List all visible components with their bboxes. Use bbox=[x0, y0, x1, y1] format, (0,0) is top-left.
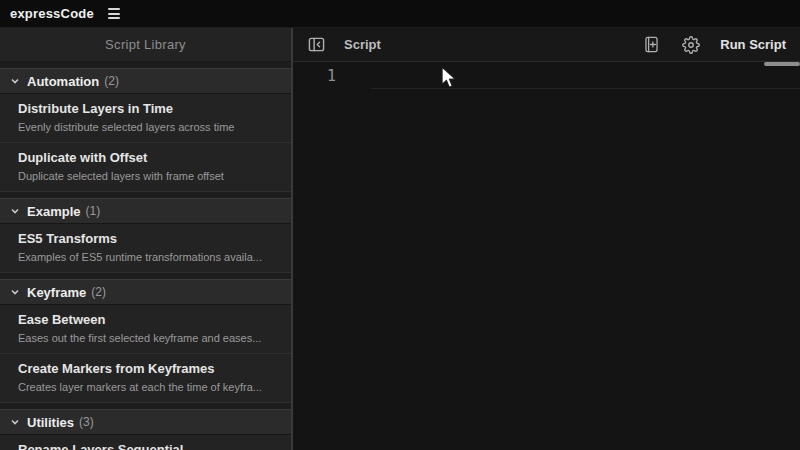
sidebar-title: Script Library bbox=[105, 37, 186, 52]
list-item-es5-transforms[interactable]: ES5 Transforms Examples of ES5 runtime t… bbox=[0, 224, 291, 273]
app-window: expressCode Script Library Automation (2… bbox=[0, 0, 800, 450]
item-title: Distribute Layers in Time bbox=[18, 101, 275, 117]
section-header-keyframe[interactable]: Keyframe (2) bbox=[0, 279, 291, 305]
section-count: (2) bbox=[91, 285, 106, 299]
script-library-sidebar: Script Library Automation (2) Distribute… bbox=[0, 28, 293, 450]
item-description: Evenly distribute selected layers across… bbox=[18, 121, 275, 134]
section-header-utilities[interactable]: Utilities (3) bbox=[0, 409, 291, 435]
section-count: (1) bbox=[85, 204, 100, 218]
section-title: Keyframe bbox=[27, 285, 86, 300]
editor-toolbar: Script Run Script bbox=[293, 28, 800, 62]
item-title: Duplicate with Offset bbox=[18, 150, 275, 166]
code-editor-surface[interactable]: 1 bbox=[293, 62, 800, 450]
chevron-down-icon bbox=[10, 287, 20, 297]
horizontal-scrollbar-thumb[interactable] bbox=[764, 62, 800, 66]
main-split: Script Library Automation (2) Distribute… bbox=[0, 28, 800, 450]
chevron-down-icon bbox=[10, 417, 20, 427]
item-description: Eases out the first selected keyframe an… bbox=[18, 332, 275, 345]
item-title: ES5 Transforms bbox=[18, 231, 275, 247]
section-count: (2) bbox=[104, 74, 119, 88]
chevron-down-icon bbox=[10, 206, 20, 216]
section-header-automation[interactable]: Automation (2) bbox=[0, 68, 291, 94]
panel-title: Script bbox=[344, 37, 381, 52]
settings-gear-icon[interactable] bbox=[682, 36, 700, 54]
collapse-panel-icon[interactable] bbox=[307, 36, 326, 53]
list-item-ease-between[interactable]: Ease Between Eases out the first selecte… bbox=[0, 305, 291, 354]
section-title: Automation bbox=[27, 74, 99, 89]
list-item-create-markers[interactable]: Create Markers from Keyframes Creates la… bbox=[0, 354, 291, 403]
item-title: Ease Between bbox=[18, 312, 275, 328]
item-title: Rename Layers Sequential bbox=[18, 442, 275, 450]
item-title: Create Markers from Keyframes bbox=[18, 361, 275, 377]
sidebar-header: Script Library bbox=[0, 28, 291, 62]
mouse-cursor-icon bbox=[440, 66, 458, 96]
list-item-distribute-layers[interactable]: Distribute Layers in Time Evenly distrib… bbox=[0, 94, 291, 143]
hamburger-menu-icon[interactable] bbox=[108, 8, 120, 19]
section-title: Example bbox=[27, 204, 80, 219]
section-title: Utilities bbox=[27, 415, 74, 430]
section-count: (3) bbox=[79, 415, 94, 429]
list-item-rename-layers[interactable]: Rename Layers Sequential bbox=[0, 435, 291, 450]
list-item-duplicate-offset[interactable]: Duplicate with Offset Duplicate selected… bbox=[0, 143, 291, 192]
add-to-library-icon[interactable] bbox=[643, 35, 660, 54]
run-script-button[interactable]: Run Script bbox=[720, 37, 786, 52]
item-description: Creates layer markers at each the time o… bbox=[18, 381, 275, 394]
chevron-down-icon bbox=[10, 76, 20, 86]
active-line-underline bbox=[371, 88, 800, 89]
section-header-example[interactable]: Example (1) bbox=[0, 198, 291, 224]
editor-panel: Script Run Script bbox=[293, 28, 800, 450]
item-description: Duplicate selected layers with frame off… bbox=[18, 170, 275, 183]
line-number: 1 bbox=[327, 67, 336, 85]
app-logo: expressCode bbox=[10, 6, 94, 21]
item-description: Examples of ES5 runtime transformations … bbox=[18, 251, 275, 264]
topbar: expressCode bbox=[0, 0, 800, 28]
